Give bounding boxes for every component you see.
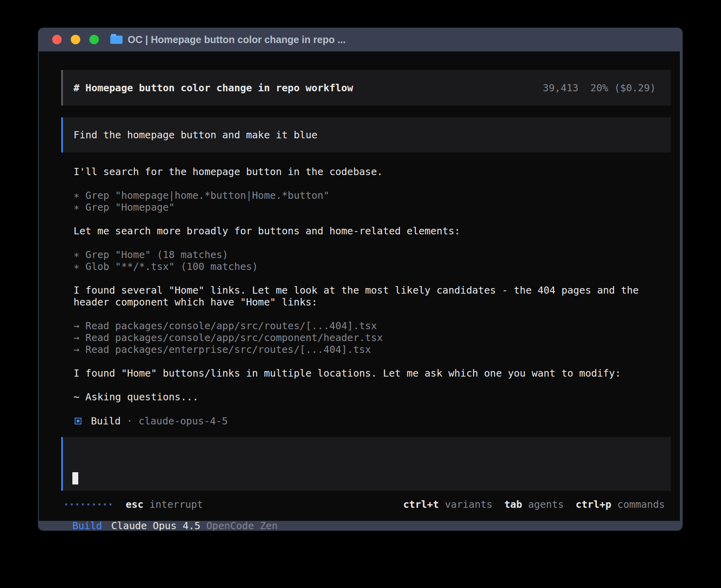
esc-key-label: interrupt bbox=[149, 499, 203, 510]
folder-icon bbox=[110, 36, 123, 44]
progress-dot bbox=[98, 503, 100, 505]
tab-label: agents bbox=[528, 499, 564, 510]
minimize-button[interactable] bbox=[71, 35, 80, 44]
progress-dot bbox=[87, 503, 89, 505]
chat-line: ∗ Grep "Homepage" bbox=[74, 202, 639, 213]
hint-agents: tab agents bbox=[504, 499, 564, 510]
input-meta: Build Claude Opus 4.5 OpenCode Zen bbox=[72, 520, 660, 531]
chat-transcript: I'll search for the homepage button in t… bbox=[74, 166, 639, 427]
text-cursor[interactable] bbox=[72, 472, 78, 484]
progress-dot bbox=[71, 503, 73, 505]
chat-line: ∗ Glob "**/*.tsx" (100 matches) bbox=[74, 261, 639, 273]
prompt-input[interactable]: Build Claude Opus 4.5 OpenCode Zen bbox=[61, 437, 671, 491]
window-title: OC | Homepage button color change in rep… bbox=[128, 34, 345, 45]
progress-dot bbox=[76, 503, 78, 505]
chat-line: ∗ Grep "Home" (18 matches) bbox=[74, 249, 639, 261]
tab-key: tab bbox=[504, 499, 522, 510]
terminal-window: OC | Homepage button color change in rep… bbox=[38, 28, 683, 531]
progress-dot bbox=[93, 503, 95, 505]
terminal-content: # Homepage button color change in repo w… bbox=[39, 51, 680, 521]
user-message: Find the homepage button and make it blu… bbox=[61, 117, 671, 153]
agent-name: Build bbox=[91, 415, 121, 427]
progress-dot bbox=[65, 503, 67, 505]
chat-line: header component which have "Home" links… bbox=[74, 296, 639, 308]
session-title: # Homepage button color change in repo w… bbox=[74, 82, 543, 94]
ctrl-p-label: commands bbox=[617, 499, 665, 510]
agent-build-icon bbox=[75, 418, 81, 424]
token-count: 39,413 bbox=[543, 82, 578, 94]
close-button[interactable] bbox=[52, 35, 62, 44]
ctrl-p-key: ctrl+p bbox=[576, 499, 611, 510]
input-model[interactable]: Claude Opus 4.5 bbox=[111, 520, 200, 531]
chat-line: I'll search for the homepage button in t… bbox=[74, 166, 639, 178]
chat-line: ~ Asking questions... bbox=[74, 391, 639, 403]
chat-lines: I'll search for the homepage button in t… bbox=[74, 166, 639, 403]
progress-dot bbox=[82, 503, 84, 505]
ctrl-t-label: variants bbox=[445, 499, 492, 510]
ctrl-t-key: ctrl+t bbox=[403, 499, 439, 510]
esc-key-hint: esc bbox=[126, 499, 143, 510]
progress-dots bbox=[65, 503, 111, 505]
chat-line: → Read packages/enterprise/src/routes/[.… bbox=[74, 344, 639, 356]
window-titlebar[interactable]: OC | Homepage button color change in rep… bbox=[38, 28, 683, 51]
user-message-text: Find the homepage button and make it blu… bbox=[74, 129, 317, 141]
chat-line: ∗ Grep "homepage|home.*button|Home.*butt… bbox=[74, 190, 639, 202]
hint-commands: ctrl+p commands bbox=[576, 499, 665, 510]
chat-line: → Read packages/console/app/src/componen… bbox=[74, 332, 639, 344]
chat-line: I found several "Home" links. Let me loo… bbox=[74, 285, 639, 296]
agent-separator: · bbox=[121, 415, 138, 427]
progress-dot bbox=[104, 503, 106, 505]
context-cost: 20% ($0.29) bbox=[590, 82, 656, 94]
chat-line: → Read packages/console/app/src/routes/[… bbox=[74, 320, 639, 332]
progress-dot bbox=[109, 503, 111, 505]
agent-status-row: Build · claude-opus-4-5 bbox=[74, 415, 639, 427]
chat-line: Let me search more broadly for buttons a… bbox=[74, 225, 639, 237]
chat-line: I found "Home" buttons/links in multiple… bbox=[74, 368, 639, 379]
input-provider: OpenCode Zen bbox=[206, 520, 278, 531]
agent-model: claude-opus-4-5 bbox=[138, 415, 228, 427]
session-header: # Homepage button color change in repo w… bbox=[61, 70, 671, 106]
hint-variants: ctrl+t variants bbox=[403, 499, 493, 510]
input-agent-mode[interactable]: Build bbox=[72, 520, 102, 531]
zoom-button[interactable] bbox=[89, 35, 99, 44]
status-bar: esc interrupt ctrl+t variants tab agents… bbox=[65, 498, 665, 510]
